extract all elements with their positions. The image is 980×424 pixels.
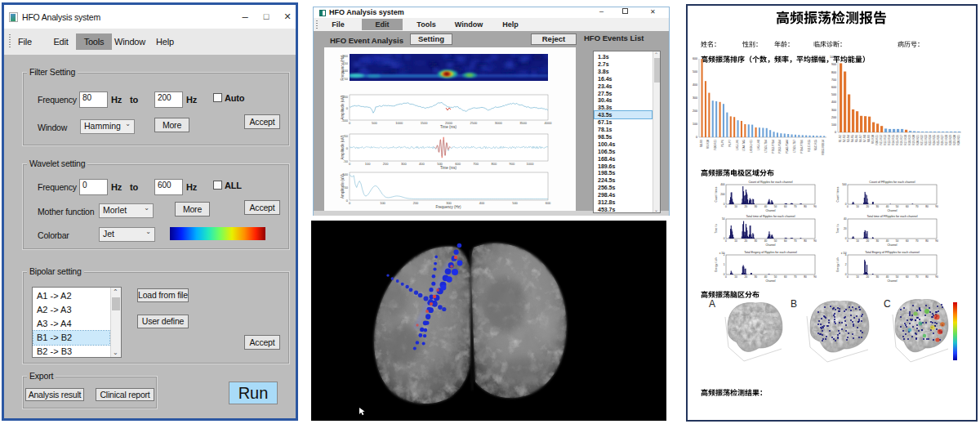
svg-text:LTB3-LTB7: LTB3-LTB7: [793, 140, 796, 153]
svg-text:100: 100: [380, 201, 385, 205]
svg-text:R3-R4: R3-R4: [847, 135, 850, 142]
svg-text:R4-R5: R4-R5: [851, 135, 854, 142]
svg-text:40: 40: [844, 217, 847, 221]
svg-text:R6-R7: R6-R7: [859, 135, 862, 142]
svg-text:R1-R2: R1-R2: [839, 135, 842, 142]
svg-text:60: 60: [784, 205, 787, 208]
svg-text:Total Engery of FRipples for e: Total Engery of FRipples for each channe…: [865, 251, 920, 254]
svg-text:0: 0: [835, 131, 836, 134]
svg-text:500: 500: [831, 93, 836, 96]
svg-text:Channel: Channel: [766, 279, 776, 283]
svg-text:LTB3-LTB4: LTB3-LTB4: [764, 140, 768, 153]
svg-text:Channel: Channel: [766, 209, 776, 212]
svg-text:R11-R12: R11-R12: [880, 135, 883, 145]
svg-text:Total Engery of Ripples for ea: Total Engery of Ripples for each channel: [744, 251, 797, 254]
svg-text:80: 80: [925, 205, 929, 208]
svg-text:0: 0: [725, 275, 727, 279]
svg-text:R10-R11: R10-R11: [714, 140, 717, 150]
svg-text:20: 20: [744, 275, 747, 279]
svg-text:30: 30: [755, 275, 758, 279]
svg-text:30: 30: [755, 205, 758, 208]
svg-text:50: 50: [774, 275, 777, 279]
svg-text:R22-R23: R22-R23: [924, 135, 928, 145]
svg-text:80: 80: [925, 275, 929, 279]
svg-text:P6-P7: P6-P7: [728, 140, 732, 147]
svg-text:0: 0: [349, 162, 351, 166]
svg-text:70: 70: [794, 205, 797, 208]
svg-text:R20-R21: R20-R21: [916, 135, 920, 145]
svg-text:Time / s: Time / s: [715, 224, 718, 234]
svg-text:500: 500: [693, 70, 697, 74]
svg-text:600: 600: [831, 86, 836, 89]
svg-text:Total time of FRipples for eac: Total time of FRipples for each channel: [866, 215, 917, 218]
svg-text:R14-R15: R14-R15: [892, 135, 895, 145]
svg-text:60: 60: [906, 205, 909, 208]
svg-text:100: 100: [365, 162, 371, 166]
svg-text:700: 700: [473, 162, 479, 166]
svg-text:Time (ms): Time (ms): [440, 125, 457, 129]
svg-text:70: 70: [915, 275, 919, 279]
svg-text:R2-R3: R2-R3: [843, 135, 846, 142]
svg-text:90: 90: [935, 239, 938, 243]
svg-text:60: 60: [784, 239, 787, 243]
svg-text:LTA4-TA5: LTA4-TA5: [742, 140, 746, 151]
svg-text:100: 100: [831, 123, 836, 127]
svg-text:Count of Ripples for each chan: Count of Ripples for each channel: [748, 181, 792, 184]
svg-text:50: 50: [722, 217, 725, 221]
svg-text:80: 80: [804, 275, 807, 279]
svg-text:R10-R11: R10-R11: [875, 135, 879, 145]
svg-text:0: 0: [847, 275, 849, 279]
svg-text:30: 30: [876, 275, 880, 279]
svg-text:Count / times: Count / times: [715, 186, 718, 202]
svg-text:60: 60: [906, 275, 909, 279]
svg-text:R7-R8: R7-R8: [863, 135, 866, 142]
svg-text:400: 400: [720, 183, 725, 186]
svg-text:80: 80: [804, 239, 807, 243]
svg-text:R29-R30: R29-R30: [953, 135, 956, 145]
svg-text:20: 20: [866, 239, 869, 243]
svg-text:R5C-R15: R5C-R15: [814, 140, 817, 151]
svg-text:200: 200: [693, 109, 697, 113]
svg-text:0: 0: [725, 205, 727, 208]
svg-text:70: 70: [915, 205, 919, 208]
svg-text:70: 70: [915, 239, 919, 243]
svg-text:90: 90: [813, 205, 817, 208]
svg-text:60: 60: [906, 239, 909, 243]
svg-text:R8-R9: R8-R9: [867, 135, 871, 142]
svg-text:LH5-LH6: LH5-LH6: [736, 140, 739, 150]
svg-text:R17-R18: R17-R18: [904, 135, 907, 145]
svg-text:50: 50: [774, 205, 777, 208]
svg-text:50: 50: [774, 239, 777, 243]
svg-text:20: 20: [866, 205, 869, 208]
svg-text:500: 500: [842, 183, 847, 186]
svg-text:70: 70: [794, 275, 797, 279]
svg-text:Channel: Channel: [888, 209, 898, 212]
svg-text:2: 2: [845, 263, 847, 266]
svg-text:R26-R27: R26-R27: [941, 135, 944, 145]
svg-text:Frequency (Hz): Frequency (Hz): [435, 205, 461, 209]
svg-text:Channel: Channel: [766, 243, 776, 247]
svg-text:300: 300: [693, 96, 697, 100]
svg-text:90: 90: [935, 275, 938, 279]
svg-text:200: 200: [383, 162, 389, 166]
svg-text:0: 0: [346, 106, 349, 110]
svg-text:R13-R14: R13-R14: [888, 135, 891, 145]
svg-text:P2B3-P5B4: P2B3-P5B4: [778, 140, 782, 154]
svg-text:50: 50: [896, 205, 899, 208]
svg-text:R23-R24: R23-R24: [929, 135, 932, 145]
svg-text:40: 40: [886, 275, 889, 279]
svg-text:P7B4-P7B6: P7B4-P7B6: [800, 140, 804, 154]
svg-text:10: 10: [856, 205, 859, 208]
svg-text:Channel: Channel: [888, 279, 898, 283]
svg-text:R5-R6: R5-R6: [855, 135, 858, 142]
svg-text:50: 50: [345, 185, 349, 190]
svg-text:500: 500: [372, 121, 377, 125]
svg-text:0: 0: [725, 239, 727, 243]
svg-text:600: 600: [546, 201, 551, 205]
svg-text:1000: 1000: [527, 162, 535, 166]
svg-text:80: 80: [925, 239, 929, 243]
svg-text:0: 0: [847, 239, 849, 243]
svg-text:2500: 2500: [470, 121, 478, 125]
svg-text:Count / times: Count / times: [836, 186, 840, 202]
svg-text:1: 1: [724, 263, 725, 266]
